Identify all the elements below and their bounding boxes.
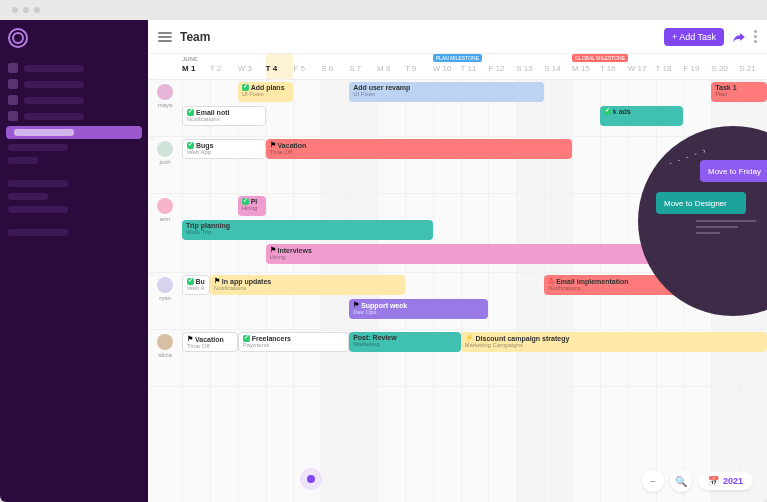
- bolt-icon: ⚡: [465, 334, 474, 342]
- day-header[interactable]: S 21: [739, 54, 767, 79]
- task-title-label: Bugs: [196, 142, 214, 149]
- task-bar[interactable]: ⚑In app updatesNotifications: [210, 275, 405, 295]
- sidebar-item[interactable]: [0, 177, 148, 190]
- day-header[interactable]: S 7: [349, 54, 377, 79]
- share-icon[interactable]: [732, 30, 746, 44]
- topbar: Team + Add Task: [148, 20, 767, 54]
- browser-dot: [12, 7, 18, 13]
- add-person-button[interactable]: [300, 468, 322, 490]
- task-bar[interactable]: BuWeb A: [182, 275, 210, 295]
- browser-dot: [34, 7, 40, 13]
- day-header[interactable]: S 14: [544, 54, 572, 79]
- task-title-label: Add user revamp: [353, 84, 410, 91]
- sidebar-item[interactable]: [0, 60, 148, 76]
- task-title-label: Freelancers: [252, 335, 291, 342]
- flag-icon: ⚑: [187, 335, 193, 343]
- task-bar[interactable]: k ads: [600, 106, 684, 126]
- task-subtitle-label: Work Trip: [186, 229, 429, 235]
- task-title-label: Pl: [251, 198, 258, 205]
- more-icon[interactable]: [754, 30, 757, 43]
- sidebar-item[interactable]: [0, 108, 148, 124]
- task-bar[interactable]: ⚑VacationTime Off: [182, 332, 238, 352]
- task-bar[interactable]: ⚡Discount campaign strategyMarketing Cam…: [461, 332, 767, 352]
- sidebar-item[interactable]: [0, 154, 148, 167]
- zoom-controls: − 🔍 📅 2021: [642, 470, 753, 492]
- task-title-label: Email noti: [196, 109, 229, 116]
- avatar-icon: [157, 198, 173, 214]
- day-header[interactable]: F 12: [488, 54, 516, 79]
- context-option-move-friday[interactable]: Move to Friday: [700, 160, 767, 182]
- browser-chrome: [0, 0, 767, 20]
- day-header[interactable]: S 13: [516, 54, 544, 79]
- day-header[interactable]: T 11: [461, 54, 489, 79]
- zoom-out-button[interactable]: −: [642, 470, 664, 492]
- sidebar-item-active[interactable]: [6, 126, 142, 139]
- bell-icon: [8, 95, 18, 105]
- day-header[interactable]: T 16: [600, 54, 628, 79]
- task-subtitle-label: Web App: [187, 149, 261, 155]
- task-bar[interactable]: Add user revampUI Fixes: [349, 82, 544, 102]
- task-bar[interactable]: PlHiring: [238, 196, 266, 216]
- checkbox-icon: [604, 108, 611, 115]
- sidebar-item[interactable]: [0, 141, 148, 154]
- day-header[interactable]: M 1: [182, 54, 210, 79]
- sidebar-item[interactable]: [0, 226, 148, 239]
- checkbox-icon: [242, 198, 249, 205]
- task-title-label: Post: Review: [353, 334, 397, 341]
- task-subtitle-label: Web A: [187, 285, 205, 291]
- task-subtitle-label: Marketing Campaigns: [465, 342, 763, 348]
- sidebar-item[interactable]: [0, 76, 148, 92]
- sidebar-item[interactable]: [0, 92, 148, 108]
- task-bar[interactable]: FreelancersPayments: [238, 332, 349, 352]
- task-bar[interactable]: Task 1Plan: [711, 82, 767, 102]
- day-header[interactable]: F 19: [683, 54, 711, 79]
- avatar-icon: [157, 334, 173, 350]
- day-header[interactable]: T 4: [266, 54, 294, 79]
- task-bar[interactable]: BugsWeb App: [182, 139, 266, 159]
- zoom-in-button[interactable]: 🔍: [670, 470, 692, 492]
- context-option-move-designer[interactable]: Move to Designer: [656, 192, 746, 214]
- context-menu-placeholder-lines: [696, 220, 756, 238]
- day-header[interactable]: W 10PLAN MILESTONE: [433, 54, 461, 79]
- menu-icon[interactable]: [158, 32, 172, 42]
- task-bar[interactable]: ⚑Support weekDev Ops: [349, 299, 488, 319]
- checkbox-icon: [187, 142, 194, 149]
- swimlane: mayaAdd plansUI FixesAdd user revampUI F…: [148, 80, 767, 137]
- task-subtitle-label: Plan: [715, 91, 763, 97]
- flag-icon: ⚑: [270, 246, 276, 254]
- avatar-icon: [157, 84, 173, 100]
- day-header[interactable]: W 17: [628, 54, 656, 79]
- day-header[interactable]: M 8: [377, 54, 405, 79]
- day-header[interactable]: F 5: [293, 54, 321, 79]
- lane-avatar[interactable]: erin: [148, 194, 182, 272]
- day-header[interactable]: T 9: [405, 54, 433, 79]
- day-header[interactable]: T 18: [656, 54, 684, 79]
- task-subtitle-label: UI Fixes: [353, 91, 540, 97]
- task-title-label: Bu: [196, 278, 205, 285]
- day-header[interactable]: T 2: [210, 54, 238, 79]
- lane-avatar[interactable]: alicia: [148, 330, 182, 386]
- timeline-header: JUNE M 1T 2W 3T 4F 5S 6S 7M 8T 9W 10PLAN…: [148, 54, 767, 80]
- day-header[interactable]: W 3: [238, 54, 266, 79]
- day-header[interactable]: S 6: [321, 54, 349, 79]
- lane-avatar[interactable]: ryan: [148, 273, 182, 329]
- sidebar-item[interactable]: [0, 203, 148, 216]
- sidebar-item[interactable]: [0, 190, 148, 203]
- lane-avatar[interactable]: maya: [148, 80, 182, 136]
- flag-icon: ⚑: [270, 141, 276, 149]
- year-selector[interactable]: 📅 2021: [698, 472, 753, 490]
- checkbox-icon: [187, 109, 194, 116]
- task-subtitle-label: Time Off: [187, 343, 233, 349]
- task-bar[interactable]: Add plansUI Fixes: [238, 82, 294, 102]
- task-bar[interactable]: ⚑VacationTime Off: [266, 139, 572, 159]
- lane-avatar[interactable]: josh: [148, 137, 182, 193]
- checkbox-icon: [187, 278, 194, 285]
- task-bar[interactable]: Trip planningWork Trip: [182, 220, 433, 240]
- task-bar[interactable]: Email notiNotifications: [182, 106, 266, 126]
- app-logo-icon[interactable]: [8, 28, 28, 48]
- day-header[interactable]: S 20: [711, 54, 739, 79]
- task-bar[interactable]: Post: ReviewMarketing: [349, 332, 460, 352]
- add-task-button[interactable]: + Add Task: [664, 28, 724, 46]
- day-header[interactable]: M 15GLOBAL MILESTONE: [572, 54, 600, 79]
- task-subtitle-label: Hiring: [242, 205, 262, 211]
